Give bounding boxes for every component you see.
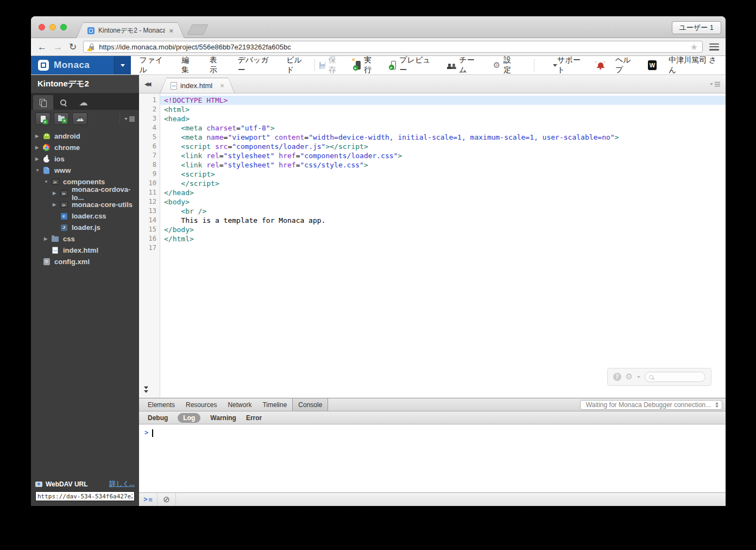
preview-button[interactable]: ▶ プレビュー — [391, 55, 433, 75]
new-file-button[interactable]: + — [35, 112, 51, 125]
search-settings-icon[interactable]: ⚙ — [626, 373, 633, 381]
bookmark-star-icon[interactable]: ★ — [690, 42, 698, 52]
tree-item-loader-js[interactable]: Jloader.js — [31, 222, 139, 233]
toolbar-right-group: サポート ヘルプ W 中津川篤司 さん — [557, 56, 726, 74]
tree-item-config-xml[interactable]: ⚙config.xml — [31, 256, 139, 267]
address-field[interactable]: https://ide.monaca.mobi/project/556e86bb… — [83, 41, 703, 53]
expander-icon[interactable]: ▶ — [35, 145, 42, 150]
tree-item-loader-css[interactable]: cloader.css — [31, 210, 139, 222]
support-link[interactable]: サポート — [557, 55, 585, 75]
settings-dropdown-icon[interactable] — [553, 64, 557, 67]
settings-button[interactable]: ⚙ 設定 — [493, 55, 515, 75]
menu-item[interactable]: ファイル — [140, 55, 167, 75]
expander-icon[interactable]: ▶ — [53, 202, 59, 207]
team-button[interactable]: チーム — [446, 55, 479, 75]
line-number: 7 — [139, 151, 160, 160]
tree-item-monaca-core-utils[interactable]: ▶jsmonaca-core-utils — [31, 199, 139, 210]
expander-icon[interactable]: ▶ — [35, 134, 42, 139]
menu-bar: ファイル編集表示デバッガービルド — [131, 56, 310, 74]
console-filter-error[interactable]: Error — [246, 414, 262, 422]
save-icon — [319, 62, 325, 69]
console-tab-resources[interactable]: Resources — [180, 398, 222, 411]
tree-item-chrome[interactable]: ▶chrome — [31, 142, 139, 153]
code-editor[interactable]: 1<!DOCTYPE HTML>2<html>3<head>4 <meta ch… — [139, 93, 726, 398]
tree-item-ios[interactable]: ▶ios — [31, 153, 139, 165]
notification-bell-icon[interactable] — [597, 61, 603, 70]
tree-options-icon[interactable] — [124, 118, 135, 120]
console-filter-log[interactable]: Log — [178, 413, 200, 423]
editor-tab-index-html[interactable]: <> index.html × — [160, 78, 235, 93]
traffic-lights — [39, 24, 67, 30]
gutter-collapse-icon[interactable] — [144, 386, 148, 394]
tree-item-android[interactable]: ▶android — [31, 130, 139, 142]
editor-tab-title: index.html — [180, 82, 212, 90]
tree-item-css[interactable]: ▶css — [31, 233, 139, 245]
search-help-icon[interactable]: ? — [613, 373, 621, 381]
magnifier-icon — [649, 375, 653, 379]
tab-close-icon[interactable]: × — [169, 27, 173, 35]
expander-icon[interactable]: ▼ — [35, 168, 42, 173]
chrome-user-button[interactable]: ユーザー 1 — [672, 21, 721, 34]
forward-icon[interactable]: → — [53, 42, 62, 52]
tree-item-index-html[interactable]: <>index.html — [31, 245, 139, 256]
close-window-button[interactable] — [39, 24, 45, 30]
apple-icon — [42, 155, 51, 164]
ssl-warning-lock-icon[interactable] — [88, 43, 95, 51]
console-filter-warning[interactable]: Warning — [210, 414, 236, 422]
search-options-caret-icon[interactable] — [637, 376, 640, 378]
webdav-more-link[interactable]: 詳しく... — [109, 479, 135, 489]
user-avatar[interactable]: W — [648, 60, 657, 70]
tree-item-monaca-cordova-lo-[interactable]: ▶jsmonaca-cordova-lo... — [31, 188, 139, 199]
menu-item[interactable]: デバッガー — [237, 55, 272, 75]
zoom-window-button[interactable] — [60, 24, 67, 30]
line-number: 4 — [139, 123, 160, 133]
browser-tab[interactable]: Kintoneデモ2 - Monaca × — [76, 22, 185, 38]
debugger-connection-select[interactable]: Waiting for Monaca Debugger connection..… — [580, 400, 722, 410]
new-folder-button[interactable]: + — [54, 112, 69, 125]
expander-icon[interactable]: ▼ — [44, 179, 51, 184]
reload-icon[interactable]: ↻ — [69, 42, 77, 52]
tab-search[interactable] — [53, 95, 73, 110]
console-output[interactable]: > — [139, 424, 726, 492]
toolbar-actions: 保存 ▶ 実行 ▶ プレビュー チーム ⚙ 設定 — [319, 56, 557, 74]
line-number: 17 — [139, 243, 160, 253]
monaca-brand-name: Monaca — [54, 60, 90, 71]
editor-tab-close-icon[interactable]: × — [220, 82, 224, 90]
console-tab-console[interactable]: Console — [292, 398, 328, 411]
menu-item[interactable]: 編集 — [181, 55, 195, 75]
help-link[interactable]: ヘルプ — [615, 55, 636, 75]
editor-search-input[interactable] — [645, 372, 705, 382]
tab-list-icon[interactable] — [710, 83, 720, 85]
expander-icon[interactable]: ▶ — [53, 191, 59, 196]
run-button[interactable]: ▶ 実行 — [356, 55, 377, 75]
debugger-panel: ElementsResourcesNetworkTimelineConsole … — [139, 398, 726, 506]
tab-file-explorer[interactable] — [33, 95, 53, 110]
new-tab-button[interactable] — [187, 24, 209, 35]
back-icon[interactable]: ← — [37, 42, 47, 52]
minimize-window-button[interactable] — [49, 24, 56, 30]
console-filter-debug[interactable]: Debug — [148, 414, 168, 422]
save-button[interactable]: 保存 — [319, 55, 342, 75]
tree-item-www[interactable]: ▼www — [31, 165, 139, 176]
chrome-menu-icon[interactable] — [709, 43, 719, 51]
tab-cloud[interactable]: ☁ — [73, 95, 93, 110]
account-name[interactable]: 中津川篤司 さん — [669, 55, 718, 75]
expander-icon[interactable]: ▶ — [44, 236, 51, 241]
monaca-brand: Monaca — [31, 56, 114, 74]
code-line: 12<body> — [139, 197, 726, 207]
brand-dropdown-button[interactable] — [114, 56, 130, 74]
upload-button[interactable]: ☁ — [72, 112, 87, 125]
menu-item[interactable]: 表示 — [210, 55, 223, 75]
menu-item[interactable]: ビルド — [286, 55, 307, 75]
file-html-icon: <> — [51, 246, 60, 255]
show-console-button[interactable]: >≡ — [139, 493, 158, 506]
console-tab-timeline[interactable]: Timeline — [257, 398, 292, 411]
webdav-url-input[interactable] — [35, 491, 135, 501]
clear-console-button[interactable]: ⊘ — [158, 493, 176, 506]
webdav-label: WebDAV URL — [46, 480, 106, 488]
console-tab-elements[interactable]: Elements — [142, 398, 180, 411]
console-tab-network[interactable]: Network — [222, 398, 257, 411]
run-icon: ▶ — [356, 61, 361, 70]
tabs-scroll-left-icon[interactable]: ◀◀ — [144, 81, 151, 87]
expander-icon[interactable]: ▶ — [35, 157, 42, 161]
